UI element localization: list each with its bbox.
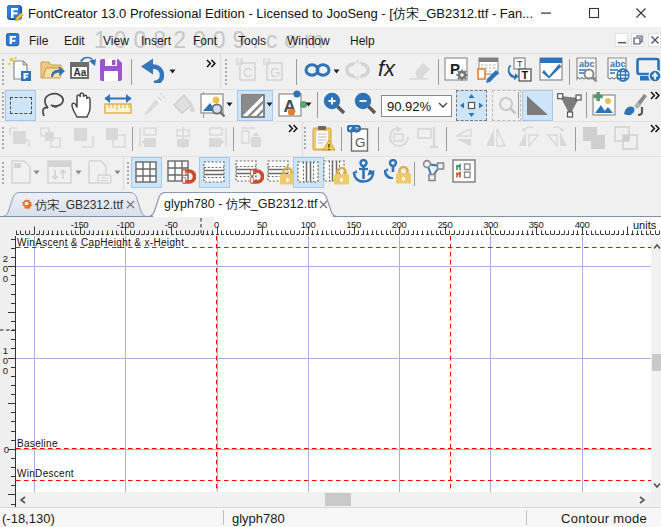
- svg-text:C: C: [243, 65, 252, 80]
- svg-text:abc: abc: [610, 59, 626, 69]
- svg-text:G: G: [270, 65, 280, 80]
- svg-text:Aa: Aa: [74, 67, 87, 78]
- svg-text:abc: abc: [579, 59, 595, 69]
- svg-text:T: T: [517, 59, 523, 69]
- svg-text:G: G: [355, 135, 366, 150]
- svg-text:T: T: [522, 69, 529, 81]
